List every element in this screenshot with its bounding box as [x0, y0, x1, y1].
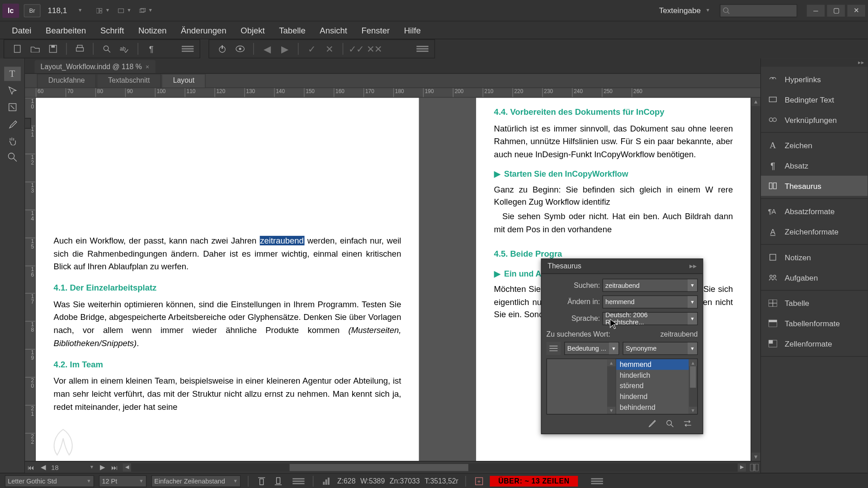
horizontal-scrollbar[interactable]: ◀ ▶ — [123, 463, 746, 471]
expand-tools-icon[interactable] — [25, 118, 31, 129]
chevron-down-icon[interactable]: ▼ — [688, 279, 697, 291]
preview-icon[interactable] — [232, 42, 249, 56]
document-tab[interactable]: Layout_Workflow.indd @ 118 % × — [34, 60, 155, 73]
maximize-button[interactable]: ▢ — [827, 5, 845, 16]
view-tab-story[interactable]: Textabschnitt — [97, 74, 161, 87]
vertical-ruler[interactable]: 10111213141516171819202122 — [25, 98, 36, 461]
last-page-icon[interactable]: ⏭ — [108, 462, 120, 473]
menu-changes[interactable]: Änderungen — [174, 23, 233, 38]
chevron-down-icon[interactable]: ▼ — [688, 313, 697, 324]
chevron-down-icon[interactable]: ▼ — [688, 296, 697, 308]
show-hidden-chars-icon[interactable]: ¶ — [143, 42, 160, 56]
panel-character[interactable]: AZeichen — [761, 135, 868, 155]
align-top-icon[interactable] — [255, 475, 267, 486]
page-number-input[interactable]: 18▼ — [49, 464, 96, 471]
hand-tool-icon[interactable] — [4, 133, 21, 148]
panel-paragraph-styles[interactable]: ¶AAbsatzformate — [761, 201, 868, 221]
meaning-dropdown[interactable]: Bedeutung ... ▼ — [564, 342, 619, 355]
selected-word[interactable]: zeitraubend — [259, 236, 304, 245]
save-icon[interactable] — [45, 42, 61, 56]
scroll-down-icon[interactable]: ▼ — [689, 407, 697, 414]
synonym-item[interactable]: hinderlich — [616, 370, 697, 380]
language-dropdown[interactable]: Deutsch: 2006 Rechtschre... ▼ — [602, 312, 698, 325]
relation-dropdown[interactable]: Synonyme ▼ — [623, 342, 698, 355]
panel-paragraph[interactable]: ¶Absatz — [761, 155, 868, 176]
definitions-icon[interactable] — [547, 342, 561, 355]
workspace-switcher[interactable]: Texteingabe ▼ — [659, 6, 710, 15]
scrollbar-thumb[interactable] — [290, 464, 468, 471]
zoom-tool-icon[interactable] — [4, 150, 21, 164]
panel-table[interactable]: Tabelle — [761, 293, 868, 313]
panel-cross-refs[interactable]: Verknüpfungen — [761, 110, 868, 130]
font-dropdown[interactable]: Letter Gothic Std▼ — [5, 475, 94, 487]
prev-change-icon[interactable]: ◀ — [259, 42, 275, 56]
arrange-documents-icon[interactable]: ▼ — [97, 5, 110, 16]
change-to-input[interactable]: hemmend ▼ — [602, 296, 698, 309]
minimize-button[interactable]: ─ — [807, 5, 825, 16]
horizontal-ruler[interactable]: 6070809010011012013014015016017018019020… — [25, 88, 760, 98]
align-bottom-icon[interactable] — [272, 475, 284, 486]
close-button[interactable]: ✕ — [847, 5, 865, 16]
panel-notes[interactable]: Notizen — [761, 247, 868, 267]
new-icon[interactable] — [9, 42, 26, 56]
scrollbar-thumb[interactable] — [690, 366, 696, 388]
accept-all-icon[interactable]: ✓✓ — [348, 42, 365, 56]
scroll-up-icon[interactable]: ▲ — [751, 98, 760, 106]
next-page-icon[interactable]: ▶ — [97, 462, 108, 473]
font-size-dropdown[interactable]: 12 Pt▼ — [99, 475, 146, 487]
toolbar-menu-icon[interactable] — [590, 475, 604, 487]
toolbar-menu-icon[interactable] — [292, 475, 306, 487]
open-icon[interactable] — [27, 42, 43, 56]
close-tab-icon[interactable]: × — [146, 63, 149, 70]
panel-thesaurus[interactable]: Thesaurus — [761, 176, 868, 196]
chevron-down-icon[interactable]: ▼ — [688, 343, 697, 354]
collapse-dock-icon[interactable]: ▸▸ — [761, 58, 868, 66]
overset-icon[interactable]: + — [473, 475, 485, 486]
synonym-item[interactable]: behindernd — [616, 402, 697, 413]
reject-change-icon[interactable]: ✕ — [321, 42, 338, 56]
menu-type[interactable]: Schrift — [93, 23, 131, 38]
prev-page-icon[interactable]: ◀ — [37, 462, 49, 473]
scroll-up-icon[interactable]: ▲ — [689, 359, 697, 366]
menu-notes[interactable]: Notizen — [131, 23, 174, 38]
eyedropper-tool-icon[interactable] — [4, 117, 21, 131]
menu-help[interactable]: Hilfe — [397, 23, 428, 38]
view-options-icon[interactable]: ▼ — [140, 5, 153, 16]
lookup-icon[interactable] — [665, 418, 675, 429]
vertical-scrollbar[interactable]: ▲ ▼ — [751, 98, 760, 461]
synonym-item[interactable]: hindernd — [616, 391, 697, 402]
note-tool-icon[interactable] — [4, 84, 21, 98]
change-icon[interactable] — [682, 418, 693, 429]
synonym-item[interactable]: hemmend — [616, 359, 697, 370]
meanings-list[interactable]: ▲ ▼ — [547, 359, 616, 414]
synonym-item[interactable]: störend — [616, 380, 697, 391]
type-tool-icon[interactable]: T — [4, 67, 21, 81]
bridge-icon[interactable]: Br — [24, 4, 41, 17]
menu-edit[interactable]: Bearbeiten — [38, 23, 93, 38]
menu-file[interactable]: Datei — [5, 23, 39, 38]
scroll-up-icon[interactable]: ▲ — [607, 359, 615, 366]
first-page-icon[interactable]: ⏮ — [25, 462, 37, 473]
help-search-input[interactable] — [720, 4, 797, 17]
menu-object[interactable]: Objekt — [233, 23, 272, 38]
view-tab-layout[interactable]: Layout — [162, 74, 206, 87]
panel-cell-styles[interactable]: Zellenformate — [761, 333, 868, 354]
panel-character-styles[interactable]: AZeichenformate — [761, 221, 868, 242]
document-canvas[interactable]: Auch ein Workflow, der passt, kann nach … — [36, 98, 751, 461]
reject-all-icon[interactable]: ✕✕ — [366, 42, 382, 56]
print-icon[interactable] — [71, 42, 88, 56]
scroll-right-icon[interactable]: ▶ — [738, 463, 746, 471]
collapse-panel-icon[interactable]: ▸▸ — [689, 262, 697, 270]
panel-hyperlinks[interactable]: Hyperlinks — [761, 69, 868, 89]
toolbar-menu-icon[interactable] — [415, 43, 430, 55]
scroll-left-icon[interactable]: ◀ — [123, 463, 131, 471]
zoom-dropdown[interactable]: 118,1 ▼ — [47, 6, 82, 15]
scroll-down-icon[interactable]: ▼ — [751, 453, 760, 461]
spellcheck-icon[interactable]: ab — [116, 42, 133, 56]
toolbar-menu-icon[interactable] — [180, 43, 195, 55]
search-input[interactable]: zeitraubend ▼ — [602, 279, 698, 292]
find-icon[interactable] — [98, 42, 115, 56]
stats-icon[interactable] — [321, 475, 332, 486]
menu-window[interactable]: Fenster — [354, 23, 397, 38]
load-word-icon[interactable] — [646, 418, 657, 429]
